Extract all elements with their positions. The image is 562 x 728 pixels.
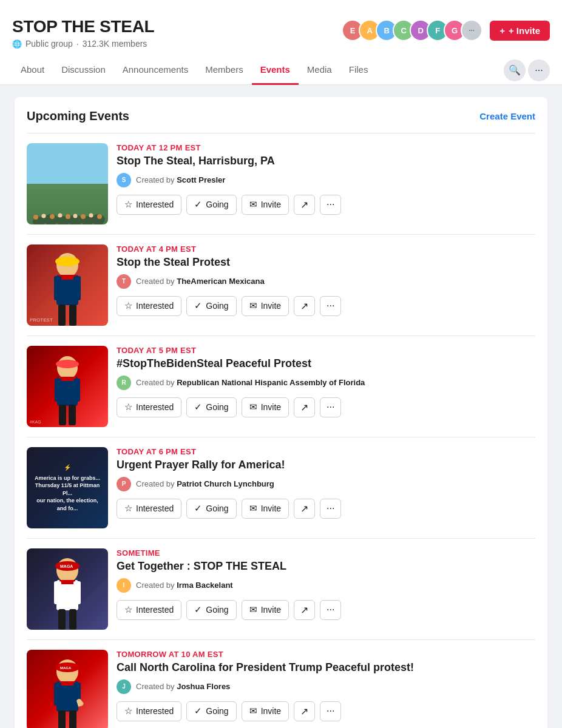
invite-button[interactable]: + + Invite xyxy=(490,21,550,41)
going-button[interactable]: ✓ Going xyxy=(186,195,236,215)
envelope-icon: ✉ xyxy=(249,706,257,716)
search-button[interactable]: 🔍 xyxy=(504,59,526,81)
creator-text: Created by Irma Backelant xyxy=(136,581,233,590)
more-options-button[interactable]: ··· xyxy=(320,296,341,316)
event-name: Stop the Steal Protest xyxy=(117,256,535,269)
going-button[interactable]: ✓ Going xyxy=(186,397,236,417)
svg-rect-45 xyxy=(58,710,66,728)
svg-rect-18 xyxy=(54,276,61,300)
tab-announcements[interactable]: Announcements xyxy=(114,56,197,85)
event-time: TODAY AT 5 PM EST xyxy=(117,346,535,355)
envelope-icon: ✉ xyxy=(249,604,257,615)
tab-media[interactable]: Media xyxy=(299,56,340,85)
share-button[interactable]: ↗ xyxy=(294,296,315,316)
svg-point-10 xyxy=(66,214,70,219)
more-options-button[interactable]: ··· xyxy=(320,600,341,620)
share-button[interactable]: ↗ xyxy=(294,701,315,721)
creator-avatar: R xyxy=(117,376,131,390)
more-options-button[interactable]: ··· xyxy=(320,499,341,519)
envelope-icon: ✉ xyxy=(249,503,257,514)
svg-rect-42 xyxy=(59,681,75,686)
more-options-button[interactable]: ··· xyxy=(320,397,341,417)
events-title: Upcoming Events xyxy=(27,109,129,123)
more-button[interactable]: ··· xyxy=(528,59,550,81)
nav-actions: 🔍 ··· xyxy=(504,59,550,81)
interested-button[interactable]: ☆ Interested xyxy=(117,701,181,721)
invite-event-button[interactable]: ✉ Invite xyxy=(242,499,289,519)
event-item: #KAG TODAY AT 5 PM EST #StopTheBidenStea… xyxy=(27,335,535,437)
svg-rect-20 xyxy=(58,305,66,326)
event-creator: S Created by Scott Presler xyxy=(117,173,535,187)
event-time: TODAY AT 12 PM EST xyxy=(117,143,535,152)
tab-events[interactable]: Events xyxy=(252,56,299,85)
going-button[interactable]: ✓ Going xyxy=(186,296,236,316)
group-title: STOP THE STEAL xyxy=(12,17,154,36)
envelope-icon: ✉ xyxy=(249,300,257,311)
event-name: Call North Carolina for President Trump … xyxy=(117,661,535,675)
check-icon: ✓ xyxy=(194,402,202,413)
share-button[interactable]: ↗ xyxy=(294,499,315,519)
group-members: 312.3K members xyxy=(83,39,147,49)
tab-members[interactable]: Members xyxy=(197,56,252,85)
event-actions: ☆ Interested ✓ Going ✉ Invite ↗ ··· xyxy=(117,600,535,620)
svg-rect-26 xyxy=(55,379,61,402)
event-name: Get Together : STOP THE STEAL xyxy=(117,560,535,573)
event-thumbnail: PROTEST xyxy=(27,244,108,326)
creator-text: Created by Scott Presler xyxy=(136,175,225,184)
share-button[interactable]: ↗ xyxy=(294,195,315,215)
svg-rect-29 xyxy=(69,405,76,425)
going-button[interactable]: ✓ Going xyxy=(186,701,236,721)
invite-event-button[interactable]: ✉ Invite xyxy=(242,397,289,417)
event-time: TOMORROW AT 10 AM EST xyxy=(117,650,535,659)
interested-button[interactable]: ☆ Interested xyxy=(117,195,181,215)
event-info: TODAY AT 4 PM EST Stop the Steal Protest… xyxy=(117,244,535,326)
creator-text: Created by Joshua Flores xyxy=(136,682,230,691)
interested-button[interactable]: ☆ Interested xyxy=(117,296,181,316)
svg-rect-46 xyxy=(69,710,76,728)
create-event-link[interactable]: Create Event xyxy=(479,111,535,121)
event-actions: ☆ Interested ✓ Going ✉ Invite ↗ ··· xyxy=(117,701,535,721)
svg-point-11 xyxy=(73,214,78,218)
page-wrapper: STOP THE STEAL 🌐 Public group · 312.3K m… xyxy=(0,0,562,728)
creator-avatar: I xyxy=(117,578,131,593)
check-icon: ✓ xyxy=(194,199,202,210)
event-creator: R Created by Republican National Hispani… xyxy=(117,376,535,390)
going-button[interactable]: ✓ Going xyxy=(186,499,236,519)
svg-rect-28 xyxy=(59,405,66,425)
svg-rect-34 xyxy=(54,581,61,604)
event-item: TODAY AT 12 PM EST Stop The Steal, Harri… xyxy=(27,133,535,234)
tab-files[interactable]: Files xyxy=(340,56,377,85)
envelope-icon: ✉ xyxy=(249,199,257,210)
event-info: TODAY AT 12 PM EST Stop The Steal, Harri… xyxy=(117,143,535,224)
creator-avatar: T xyxy=(117,274,131,289)
invite-event-button[interactable]: ✉ Invite xyxy=(242,296,289,316)
plus-icon: + xyxy=(499,25,505,36)
invite-event-button[interactable]: ✉ Invite xyxy=(242,195,289,215)
share-button[interactable]: ↗ xyxy=(294,600,315,620)
star-icon: ☆ xyxy=(124,199,132,210)
creator-avatar: J xyxy=(117,679,131,694)
interested-button[interactable]: ☆ Interested xyxy=(117,397,181,417)
invite-event-button[interactable]: ✉ Invite xyxy=(242,701,289,721)
more-options-button[interactable]: ··· xyxy=(320,195,341,215)
going-button[interactable]: ✓ Going xyxy=(186,600,236,620)
svg-rect-36 xyxy=(58,609,66,630)
svg-rect-27 xyxy=(73,379,80,402)
svg-rect-43 xyxy=(54,682,61,706)
tab-about[interactable]: About xyxy=(12,56,53,85)
interested-button[interactable]: ☆ Interested xyxy=(117,499,181,519)
event-creator: J Created by Joshua Flores xyxy=(117,679,535,694)
more-options-button[interactable]: ··· xyxy=(320,701,341,721)
check-icon: ✓ xyxy=(194,706,202,716)
event-thumbnail xyxy=(27,143,108,224)
tab-discussion[interactable]: Discussion xyxy=(53,56,114,85)
group-meta: 🌐 Public group · 312.3K members xyxy=(12,39,154,49)
event-item: MAGA Sometime Get Together : STOP THE ST… xyxy=(27,538,535,639)
invite-event-button[interactable]: ✉ Invite xyxy=(242,600,289,620)
svg-rect-37 xyxy=(69,609,76,630)
share-button[interactable]: ↗ xyxy=(294,397,315,417)
interested-button[interactable]: ☆ Interested xyxy=(117,600,181,620)
event-thumbnail: ⚡ America is up for grabs... Thursday 11… xyxy=(27,447,108,528)
event-actions: ☆ Interested ✓ Going ✉ Invite ↗ ··· xyxy=(117,499,535,519)
event-actions: ☆ Interested ✓ Going ✉ Invite ↗ ··· xyxy=(117,397,535,417)
